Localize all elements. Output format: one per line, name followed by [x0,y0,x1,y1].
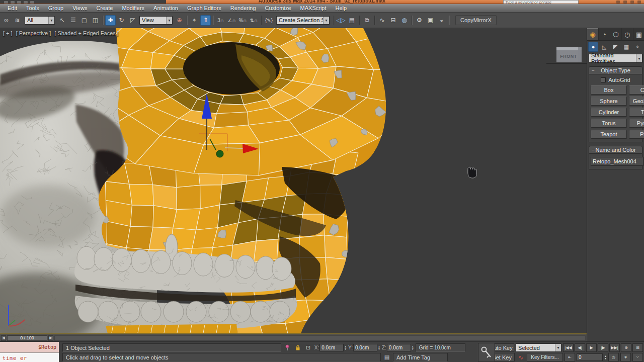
prev-frame-button[interactable]: ◀| [575,343,585,352]
key-mode-dropdown[interactable]: Selected▼ [516,343,561,352]
select-and-manipulate-icon[interactable]: ⌖ [189,15,200,26]
z-coordinate-field[interactable] [387,344,411,351]
tab-motion[interactable]: ◷ [622,28,633,40]
key-filters-button[interactable]: Key Filters... [527,353,563,361]
z-spinner[interactable]: ▲▼ [412,345,414,350]
object-name-input[interactable] [591,157,643,166]
menu-item[interactable]: Edit [3,5,22,11]
zoom-icon[interactable]: ⊕ [621,343,631,352]
box-button[interactable]: Box [591,85,627,95]
object-type-rollout-header[interactable]: − Object Type [589,66,642,74]
select-and-rotate-icon[interactable]: ↻ [116,15,127,26]
subtab-helpers[interactable]: ⌖ [632,42,642,52]
plane-button[interactable]: Plane [629,130,644,139]
menu-item[interactable]: Create [92,5,117,11]
tab-modify[interactable]: ◔ [599,28,610,40]
next-frame-button[interactable]: |▶ [598,343,608,352]
rectangular-selection-icon[interactable]: ▢ [79,15,90,26]
subtab-shapes[interactable]: ◺ [599,42,609,52]
time-slider-handle[interactable]: 0 / 100 [7,335,47,341]
subtab-cameras[interactable]: ▦ [621,42,631,52]
render-production-icon[interactable]: ◒ [436,15,447,26]
angle-snap-icon[interactable]: ∠∩ [226,15,237,26]
menu-item[interactable]: Tools [22,5,44,11]
use-pivot-center-icon[interactable]: ⊕ [174,15,185,26]
subtab-lights[interactable]: ◤ [610,42,620,52]
play-button[interactable]: ▶ [586,343,597,352]
schematic-view-icon[interactable]: ⊟ [388,15,398,26]
render-setup-icon[interactable]: ⚙ [414,15,425,26]
y-coordinate-field[interactable] [353,344,377,351]
menu-item[interactable]: Group [44,5,68,11]
infocenter-icons[interactable] [616,1,641,4]
default-in-out-tangent-icon[interactable]: ∿ [516,353,525,361]
curve-editor-icon[interactable]: ∿ [377,15,387,26]
cylinder-button[interactable]: Cylinder [591,108,627,117]
teapot-button[interactable]: Teapot [591,130,627,139]
time-slider-track[interactable] [54,335,586,341]
key-mode-toggle-icon[interactable]: ⇤ [565,353,575,361]
bind-to-spacewarp-icon[interactable]: ≋ [12,15,23,26]
edit-named-sets-icon[interactable]: {✎} [264,15,274,26]
menu-item[interactable]: Customize [261,5,296,11]
sphere-button[interactable]: Sphere [591,97,627,106]
time-slider-next-icon[interactable]: ▶ [48,335,53,341]
percent-snap-icon[interactable]: %∩ [237,15,248,26]
spinner-snap-icon[interactable]: ⇅∩ [249,15,259,26]
x-spinner[interactable]: ▲▼ [344,345,347,350]
snap-toggle-3d-icon[interactable]: 3∩ [215,15,226,26]
menu-item[interactable]: Help [331,5,352,11]
add-time-tag[interactable]: Add Time Tag [393,353,448,361]
viewport-menu-shading[interactable]: [ Shaded + Edged Faces ] [54,30,119,36]
geosphere-button[interactable]: GeoSphere [629,97,644,106]
set-keys-button[interactable] [478,343,495,362]
tab-create[interactable]: ◉ [587,28,599,40]
time-tag-icon[interactable]: ▤ [382,353,391,361]
window-crossing-icon[interactable]: ◫ [90,15,101,26]
time-slider-prev-icon[interactable]: ◀ [1,335,6,341]
x-coordinate-field[interactable] [319,344,344,351]
keyboard-override-icon[interactable]: ⇑ [200,15,211,26]
mirror-icon[interactable]: ◁▷ [336,15,346,26]
autogrid-checkbox[interactable] [601,77,606,82]
go-to-start-button[interactable]: |◀◀ [563,343,574,352]
named-selection-sets-dropdown[interactable]: Create Selection Se▼ [276,16,330,25]
menu-item[interactable]: Rendering [226,5,261,11]
menu-item[interactable]: Views [68,5,92,11]
rendered-frame-icon[interactable]: ▣ [425,15,436,26]
select-by-name-icon[interactable]: ☰ [68,15,78,26]
align-icon[interactable]: ▤ [347,15,357,26]
tube-button[interactable]: Tube [629,108,644,117]
select-and-scale-icon[interactable]: ◸ [127,15,138,26]
current-frame-field[interactable] [577,353,603,361]
time-configuration-icon[interactable]: ◷ [608,353,619,361]
layer-manager-icon[interactable]: ⧉ [362,15,372,26]
absolute-offset-toggle-icon[interactable]: ⊡ [304,343,313,352]
menu-item[interactable]: Graph Editors [183,5,226,11]
torus-button[interactable]: Torus [591,119,627,128]
pan-view-icon[interactable]: ∗ [620,353,631,361]
reference-coordinate-dropdown[interactable]: View▼ [139,16,173,25]
maxscript-mini-listener[interactable]: $Retop time er [0,342,59,362]
menu-item[interactable]: Animation [149,5,183,11]
menu-item[interactable]: Modifiers [117,5,149,11]
pyramid-button[interactable]: Pyramid [629,119,644,128]
tab-display[interactable]: ▣ [633,28,644,40]
menu-item[interactable]: MAXScript [296,5,331,11]
y-spinner[interactable]: ▲▼ [378,345,380,350]
selection-filter-dropdown[interactable]: All▼ [25,16,55,25]
quick-access-toolbar[interactable] [0,0,166,4]
viewport-menu-pov[interactable]: [ Perspective ] [16,30,51,36]
tab-hierarchy[interactable]: ⬡ [610,28,622,40]
walk-through-icon[interactable]: ∵ [632,353,643,361]
viewport-menu-general[interactable]: [ + ] [3,30,13,36]
frame-spinner[interactable]: ▲▼ [604,355,607,359]
primitives-category-dropdown[interactable]: Standard Primitives▼ [589,54,642,63]
selection-lock-icon[interactable] [293,343,302,352]
select-and-link-icon[interactable]: ∞ [1,15,12,26]
isolate-pin-icon[interactable] [283,343,292,352]
select-object-icon[interactable]: ↖ [57,15,67,26]
cone-button[interactable]: Cone [629,85,644,95]
select-and-move-icon[interactable]: ✚ [105,15,116,26]
go-to-end-button[interactable]: ▶▶| [609,343,620,352]
